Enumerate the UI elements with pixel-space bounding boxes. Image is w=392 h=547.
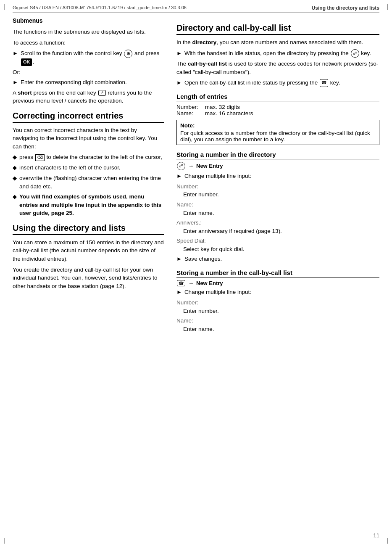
correcting-bullet1: ◆ press ⌫ to delete the character to the… xyxy=(13,153,164,161)
correcting-bullet1-text: press ⌫ to delete the character to the l… xyxy=(19,153,162,161)
arrow-icon: ► xyxy=(13,50,18,58)
storing-directory-heading: Storing a number in the directory xyxy=(176,151,379,159)
arrow-icon-5: ► xyxy=(176,172,182,180)
dir-annivers-indent: Enter anniversary if required (page 13). xyxy=(183,227,379,235)
correcting-bullet3: ◆ overwrite the (flashing) character whe… xyxy=(13,174,164,190)
directory-icon-new: ☍ xyxy=(177,162,185,170)
corner-mark-br: | xyxy=(387,537,389,544)
submenus-heading: Submenus xyxy=(13,17,164,25)
content-columns: Submenus The functions in the submenus a… xyxy=(0,17,392,335)
submenus-bullet1-text: Scroll to the function with the control … xyxy=(21,49,164,66)
submenus-section: Submenus The functions in the submenus a… xyxy=(13,17,164,105)
callbylist-icon-new: ☎ xyxy=(177,280,185,286)
directory-new-entry-label: New Entry xyxy=(196,163,223,169)
arrow-right-icon: → xyxy=(188,163,194,169)
name-label: Name: xyxy=(176,110,205,116)
arrow-icon-6: ► xyxy=(176,255,182,263)
dir-callbylist-para2: The call-by-call list is used to store t… xyxy=(176,60,379,76)
note-text: For quick access to a number from the di… xyxy=(180,130,376,143)
endcall-key-icon: ↗ xyxy=(98,90,106,96)
diamond-icon-2: ◆ xyxy=(13,164,17,172)
header-divider xyxy=(13,13,379,13)
submenus-or: Or: xyxy=(13,68,164,77)
storing-directory-section: Storing a number in the directory ☍ → Ne… xyxy=(176,151,379,263)
storing-dir-bullet2-text: Save changes. xyxy=(184,255,222,263)
storing-dir-bullet1-text: Change multiple line input: xyxy=(184,172,251,180)
dir-name-label: Name: xyxy=(176,201,379,209)
dir-speeddial-indent: Select key for quick dial. xyxy=(183,245,379,254)
dir-callbylist-bullet2: ► Open the call-by-call list in idle sta… xyxy=(176,79,379,87)
dir-callbylist-bullet2-text: Open the call-by-call list in idle statu… xyxy=(184,79,340,87)
corner-mark-bl: | xyxy=(3,537,5,544)
storing-callbylist-heading: Storing a number in the call-by-call lis… xyxy=(176,269,379,277)
submenus-bullet2: ► Enter the corresponding digit combinat… xyxy=(13,78,164,87)
correcting-bullet4-text: You will find examples of symbols used, … xyxy=(19,193,164,217)
submenus-para2: To access a function: xyxy=(13,39,164,47)
dir-lists-heading: Using the directory and lists xyxy=(13,223,164,235)
correcting-heading: Correcting incorrect entries xyxy=(13,111,164,123)
dir-lists-para2: You create the directory and call-by-cal… xyxy=(13,266,164,291)
header-section-title: Using the directory and lists xyxy=(312,5,379,11)
dir-callbylist-bullet1: ► With the handset in idle status, open … xyxy=(176,49,379,58)
page-number: 11 xyxy=(374,532,379,539)
length-entries-table: Number: max. 32 digits Name: max. 16 cha… xyxy=(176,104,253,116)
note-box: Note: For quick access to a number from … xyxy=(176,120,379,145)
submenus-para3: A short press on the end call key ↗ retu… xyxy=(13,89,164,105)
dir-lists-section: Using the directory and lists You can st… xyxy=(13,223,164,290)
dir-callbylist-bullet1-text: With the handset in idle status, open th… xyxy=(184,49,371,58)
diamond-icon-4: ◆ xyxy=(13,193,17,201)
correcting-section: Correcting incorrect entries You can cor… xyxy=(13,111,164,217)
name-value: max. 16 characters xyxy=(205,110,253,116)
dir-callbylist-section: Directory and call-by-call list In the d… xyxy=(176,23,379,87)
ok-button-icon: OK xyxy=(21,58,32,66)
storing-dir-bullet2: ► Save changes. xyxy=(176,255,379,263)
dir-lists-para1: You can store a maximum of 150 entries i… xyxy=(13,238,164,263)
directory-key-icon: ☍ xyxy=(351,49,359,58)
correcting-para1: You can correct incorrect characters in … xyxy=(13,126,164,151)
arrow-icon-4: ► xyxy=(176,79,182,87)
cbl-number-indent: Enter number. xyxy=(183,307,379,315)
submenus-bullet2-text: Enter the corresponding digit combinatio… xyxy=(21,78,127,87)
header-file-path: Gigaset S45 / USA EN / A31008-M1754-R101… xyxy=(13,5,187,10)
dir-annivers-label: Annivers.: xyxy=(176,219,379,227)
submenus-para1: The functions in the submenus are displa… xyxy=(13,28,164,36)
corner-mark-tl: | xyxy=(3,3,5,10)
arrow-right-icon-2: → xyxy=(188,280,194,286)
backspace-key-icon: ⌫ xyxy=(35,154,45,161)
dir-number-indent: Enter number. xyxy=(183,190,379,199)
dir-number-label: Number: xyxy=(176,182,379,191)
number-value: max. 32 digits xyxy=(205,104,253,110)
callbylist-new-entry-row: ☎ → New Entry xyxy=(176,280,379,286)
cbl-number-label: Number: xyxy=(176,299,379,307)
right-column: Directory and call-by-call list In the d… xyxy=(176,17,379,335)
left-column: Submenus The functions in the submenus a… xyxy=(13,17,164,335)
note-title: Note: xyxy=(180,122,376,129)
dir-callbylist-heading: Directory and call-by-call list xyxy=(176,23,379,35)
control-key-icon xyxy=(124,50,132,58)
page-container: | | | | Gigaset S45 / USA EN / A31008-M1… xyxy=(0,0,392,547)
storing-cbl-bullet1: ► Change multiple line input: xyxy=(176,288,379,296)
correcting-bullet3-text: overwrite the (flashing) character when … xyxy=(19,174,164,190)
storing-cbl-bullet1-text: Change multiple line input: xyxy=(184,288,251,296)
cbl-name-label: Name: xyxy=(176,317,379,325)
directory-new-entry-row: ☍ → New Entry xyxy=(176,162,379,170)
diamond-icon-3: ◆ xyxy=(13,174,17,182)
correcting-bullet4: ◆ You will find examples of symbols used… xyxy=(13,193,164,217)
corner-mark-tr: | xyxy=(387,3,389,10)
diamond-icon-1: ◆ xyxy=(13,153,17,161)
arrow-icon-3: ► xyxy=(176,50,182,58)
storing-callbylist-section: Storing a number in the call-by-call lis… xyxy=(176,269,379,333)
arrow-icon-2: ► xyxy=(13,79,18,87)
length-entries-heading: Length of entries xyxy=(176,93,379,101)
dir-speeddial-label: Speed Dial: xyxy=(176,237,379,245)
length-entries-section: Length of entries Number: max. 32 digits… xyxy=(176,93,379,145)
correcting-bullet2: ◆ insert characters to the left of the c… xyxy=(13,164,164,172)
storing-dir-bullet1: ► Change multiple line input: xyxy=(176,172,379,180)
correcting-bullet2-text: insert characters to the left of the cur… xyxy=(19,164,121,172)
callbylist-key-icon: ☎ xyxy=(320,79,328,87)
submenus-bullet1: ► Scroll to the function with the contro… xyxy=(13,49,164,66)
dir-name-indent: Enter name. xyxy=(183,209,379,217)
cbl-name-indent: Enter name. xyxy=(183,325,379,333)
arrow-icon-7: ► xyxy=(176,288,182,296)
page-header: Gigaset S45 / USA EN / A31008-M1754-R101… xyxy=(0,0,392,13)
